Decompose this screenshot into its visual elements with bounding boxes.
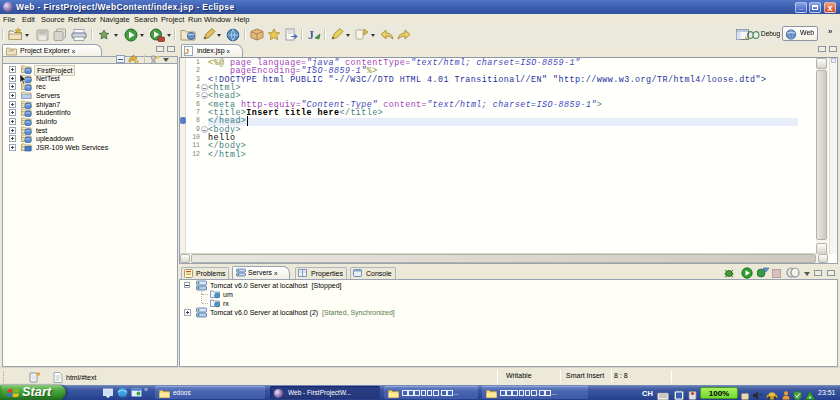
svg-text:J: J [308, 28, 314, 41]
svg-text:J: J [185, 48, 189, 55]
